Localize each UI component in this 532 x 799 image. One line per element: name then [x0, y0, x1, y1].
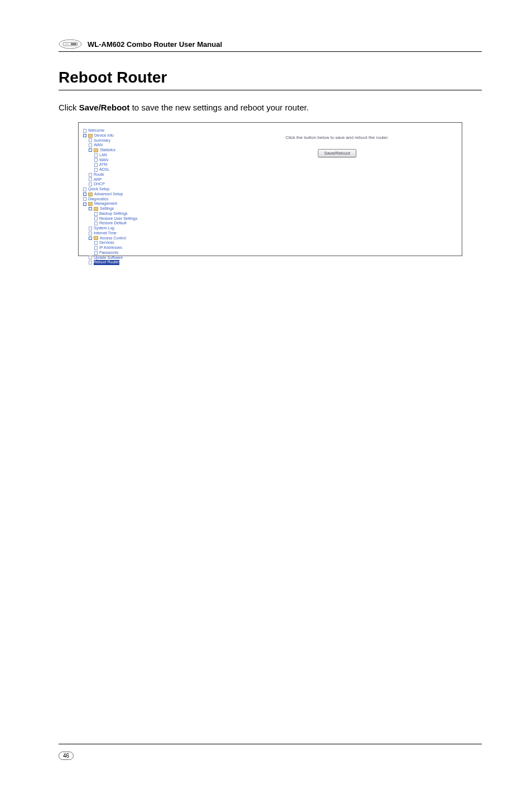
save-reboot-button[interactable]: Save/Reboot — [318, 149, 356, 157]
section-title: Reboot Router — [59, 69, 482, 90]
nav-settings[interactable]: Settings — [83, 206, 172, 211]
nav-statistics[interactable]: Statistics — [83, 148, 172, 153]
nav-lan[interactable]: LAN — [83, 153, 172, 158]
router-admin-screenshot: Welcome Device Info Summary WAN Statisti… — [78, 122, 462, 256]
router-icon — [59, 39, 82, 49]
header-product: WL-AM602 Combo Router User Manual — [88, 40, 222, 49]
page-number: 46 — [59, 752, 74, 760]
nav-management[interactable]: Management — [83, 201, 172, 206]
nav-welcome[interactable]: Welcome — [83, 128, 172, 133]
body-bold: Save/Reboot — [79, 103, 130, 112]
nav-wan[interactable]: WAN — [83, 143, 172, 148]
nav-restore-default[interactable]: Restore Default — [83, 221, 172, 226]
nav-internet-time[interactable]: Internet Time — [83, 231, 172, 236]
nav-ip-addresses[interactable]: IP Addresses — [83, 246, 172, 251]
nav-device-info[interactable]: Device Info — [83, 133, 172, 138]
nav-services[interactable]: Services — [83, 240, 172, 246]
nav-adsl[interactable]: ADSL — [83, 167, 172, 172]
nav-access-control[interactable]: Access Control — [83, 236, 172, 241]
nav-advanced-setup[interactable]: Advanced Setup — [83, 192, 172, 197]
svg-rect-3 — [71, 44, 76, 45]
nav-backup-settings[interactable]: Backup Settings — [83, 211, 172, 216]
page-footer: 46 — [59, 744, 482, 760]
nav-update-software[interactable]: Update Software — [83, 256, 172, 261]
nav-reboot-router[interactable]: Reboot Router — [83, 260, 172, 265]
nav-restore-user[interactable]: Restore User Settings — [83, 216, 172, 222]
nav-quick-setup[interactable]: Quick Setup — [83, 187, 172, 192]
nav-tree: Welcome Device Info Summary WAN Statisti… — [83, 128, 172, 252]
nav-route[interactable]: Route — [83, 172, 172, 177]
nav-atm[interactable]: ATM — [83, 162, 172, 167]
nav-summary[interactable]: Summary — [83, 138, 172, 143]
instruction-text: Click the button below to save and reboo… — [228, 135, 446, 140]
body-prefix: Click — [59, 103, 79, 112]
content-pane: Click the button below to save and reboo… — [172, 128, 457, 252]
nav-arp[interactable]: ARP — [83, 177, 172, 182]
nav-system-log[interactable]: System Log — [83, 226, 172, 231]
page-header: WL-AM602 Combo Router User Manual — [59, 39, 482, 52]
nav-diagnostics[interactable]: Diagnostics — [83, 197, 172, 202]
nav-wan2[interactable]: WAN — [83, 158, 172, 163]
nav-passwords[interactable]: Passwords — [83, 251, 172, 256]
body-suffix: to save the new settings and reboot your… — [130, 103, 309, 112]
body-text: Click Save/Reboot to save the new settin… — [59, 103, 482, 112]
nav-dhcp[interactable]: DHCP — [83, 182, 172, 187]
